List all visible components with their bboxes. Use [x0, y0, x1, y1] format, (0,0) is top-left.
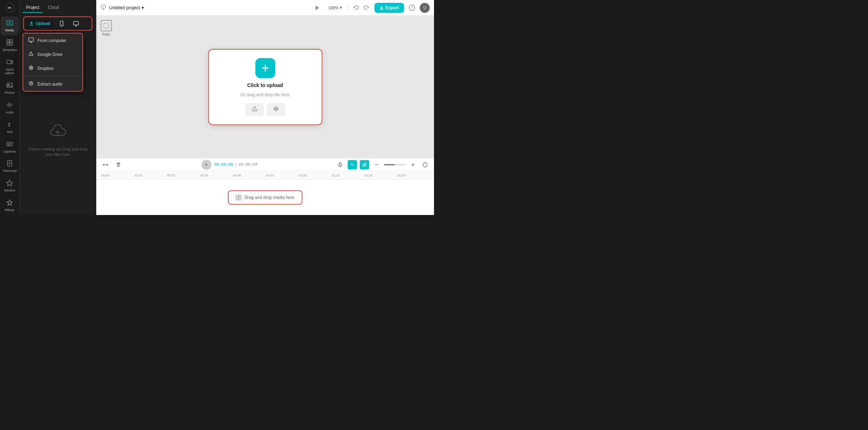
project-title-group[interactable]: Untitled project ▾ — [109, 5, 144, 10]
user-avatar[interactable]: U — [420, 3, 430, 13]
sidebar-item-stickers[interactable]: Stickers — [1, 176, 19, 195]
fullscreen-button[interactable] — [420, 160, 430, 169]
svg-rect-12 — [7, 142, 12, 146]
upload-dialog-buttons — [245, 103, 285, 116]
svg-rect-4 — [7, 40, 9, 42]
ruler-mark: 00:40 — [232, 174, 265, 177]
sidebar-item-captions[interactable]: Captions — [1, 138, 19, 157]
upload-button-group: Upload — [23, 16, 92, 31]
screen-icon — [73, 21, 79, 26]
export-button[interactable]: Export — [374, 3, 404, 13]
google-drive-option[interactable]: Google Drive — [23, 47, 82, 61]
trim-button[interactable] — [101, 160, 111, 170]
dialog-dropbox-btn[interactable] — [267, 103, 285, 116]
sidebar-item-text-label: Text — [7, 130, 13, 134]
sidebar-item-media[interactable]: Media — [1, 16, 19, 35]
help-button[interactable]: ? — [407, 3, 417, 13]
drop-zone[interactable]: Drag and drop media here — [228, 190, 302, 205]
current-time: 00:00:00 — [214, 162, 233, 167]
mic-button[interactable] — [336, 160, 345, 169]
svg-rect-30 — [29, 38, 34, 41]
mobile-upload-button[interactable] — [55, 19, 68, 29]
svg-marker-38 — [316, 6, 319, 10]
zoom-in-button[interactable] — [408, 160, 418, 169]
ruler-mark: 01:00 — [298, 174, 331, 177]
undo-button[interactable] — [351, 3, 361, 13]
zoom-control[interactable]: 100% ▾ — [326, 4, 345, 11]
svg-rect-62 — [239, 198, 241, 200]
undo-redo-group — [351, 3, 372, 13]
ruler-mark: 00:00 — [101, 174, 133, 177]
timeline-ruler: 00:00 00:10 00:20 00:30 00:40 00:50 01:0… — [96, 171, 434, 180]
svg-rect-60 — [239, 195, 241, 197]
timeline-play-button[interactable] — [201, 160, 211, 170]
ruler-mark: 00:20 — [167, 174, 199, 177]
upload-cloud-icon — [29, 21, 34, 26]
dialog-dropbox-icon — [272, 106, 280, 113]
svg-rect-7 — [10, 43, 12, 45]
screen-upload-button[interactable] — [70, 19, 82, 29]
upload-button[interactable]: Upload — [25, 19, 54, 29]
dialog-google-drive-btn[interactable] — [245, 103, 264, 116]
ruler-mark: 01:20 — [364, 174, 397, 177]
upload-plus-button[interactable] — [255, 58, 275, 78]
extract-audio-option[interactable]: Extract audio — [23, 77, 82, 91]
upload-dialog-subtitle: Or drag and drop file here — [241, 92, 290, 97]
sidebar-item-transcript[interactable]: Transcript — [1, 157, 19, 176]
zoom-slider[interactable] — [384, 164, 405, 165]
delete-button[interactable] — [113, 160, 123, 170]
svg-marker-3 — [9, 22, 11, 24]
sidebar-item-effects[interactable]: Effects — [1, 196, 19, 215]
sidebar-item-audio[interactable]: Audio — [1, 98, 19, 117]
extract-audio-icon — [28, 81, 34, 87]
plus-icon — [260, 63, 270, 73]
sidebar: ✂ Media Templates Stock videos Photos Au… — [0, 0, 20, 215]
sidebar-item-media-label: Media — [5, 29, 14, 32]
sidebar-item-text[interactable]: T Text — [1, 118, 19, 137]
tab-cloud[interactable]: Cloud — [44, 3, 62, 13]
svg-text:?: ? — [411, 6, 413, 10]
main-area: Untitled project ▾ 100% ▾ Export ? — [96, 0, 434, 215]
dropbox-option[interactable]: Dropbox — [23, 61, 82, 75]
photos-icon — [6, 82, 13, 90]
svg-point-53 — [363, 165, 364, 167]
project-title: Untitled project — [109, 5, 140, 10]
ruler-mark: 00:10 — [133, 174, 166, 177]
sidebar-item-stock-label: Stock videos — [2, 68, 17, 76]
svg-rect-61 — [236, 198, 238, 200]
play-preview-btn[interactable] — [311, 4, 323, 12]
svg-rect-51 — [339, 163, 341, 165]
svg-rect-8 — [7, 60, 11, 64]
app-logo: ✂ — [4, 3, 15, 13]
timeline-time-display: 00:00:00 | 00:00:09 — [214, 162, 257, 167]
export-icon — [379, 6, 384, 10]
ratio-button[interactable]: Ratio — [101, 20, 112, 36]
music-button[interactable] — [360, 160, 369, 169]
from-computer-option[interactable]: From computer — [23, 34, 82, 47]
svg-marker-50 — [205, 163, 208, 166]
svg-point-54 — [365, 164, 366, 166]
sidebar-item-photos-label: Photos — [5, 91, 15, 95]
sidebar-item-transcript-label: Transcript — [2, 169, 17, 173]
sidebar-item-templates[interactable]: Templates — [1, 36, 19, 55]
empty-state-text: There's nothing yet Drag and drop your f… — [27, 147, 89, 158]
audio-icon — [6, 101, 13, 109]
templates-icon — [6, 39, 13, 47]
topbar-divider — [348, 4, 348, 11]
google-drive-icon — [28, 51, 34, 58]
voice-button[interactable] — [348, 160, 357, 169]
sidebar-item-stock-videos[interactable]: Stock videos — [1, 56, 19, 78]
upload-dropdown: From computer Google Drive Dropbox Extra — [22, 33, 83, 92]
svg-rect-41 — [104, 23, 109, 28]
panel: Project Cloud Upload From computer — [20, 0, 96, 215]
play-icon — [314, 5, 320, 11]
text-icon: T — [6, 121, 13, 129]
ratio-frame-icon — [101, 20, 112, 31]
zoom-out-button[interactable] — [372, 160, 381, 169]
redo-button[interactable] — [362, 3, 372, 13]
sidebar-item-photos[interactable]: Photos — [1, 79, 19, 98]
sidebar-item-audio-label: Audio — [5, 111, 14, 114]
sidebar-item-templates-label: Templates — [2, 48, 17, 52]
svg-marker-20 — [7, 200, 12, 205]
tab-project[interactable]: Project — [22, 3, 43, 13]
